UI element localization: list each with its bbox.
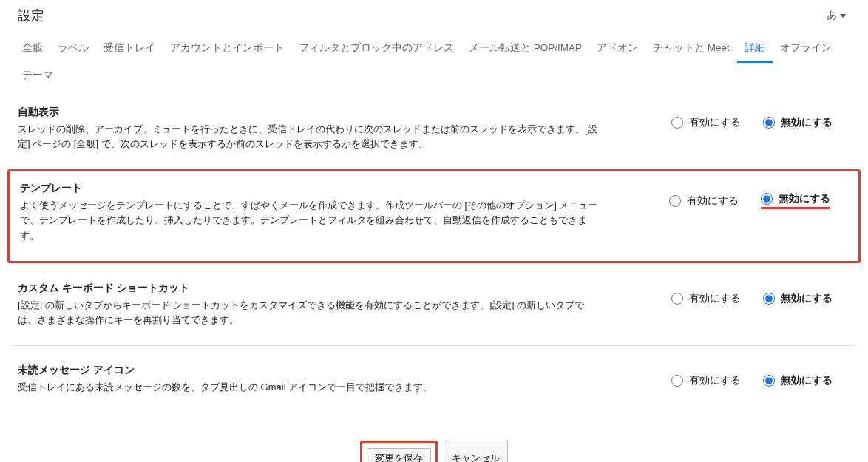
page-title: 設定 [18,7,44,24]
radio-disable-custom-shortcuts[interactable]: 無効にする [763,292,833,305]
radio-enable-input[interactable] [671,117,683,129]
radio-disable-input[interactable] [763,375,775,387]
tab-0[interactable]: 全般 [15,35,50,63]
section-title: カスタム キーボード ショートカット [18,282,602,295]
save-highlight-box: 変更を保存 [360,441,438,462]
section-templates: テンプレートよく使うメッセージをテンプレートにすることで、すばやくメールを作成で… [10,171,858,260]
section-auto-advance: 自動表示スレッドの削除、アーカイブ、ミュートを行ったときに、受信トレイの代わりに… [12,95,856,169]
tab-6[interactable]: アドオン [589,35,645,63]
radio-enable-templates[interactable]: 有効にする [669,194,739,208]
radio-disable-input[interactable] [763,293,775,305]
tab-1[interactable]: ラベル [50,35,96,63]
radio-enable-input[interactable] [669,195,681,207]
tab-2[interactable]: 受信トレイ [96,35,163,63]
highlight-box-templates: テンプレートよく使うメッセージをテンプレートにすることで、すばやくメールを作成で… [7,169,861,262]
radio-disable-label: 無効にする [779,192,830,205]
language-selector[interactable]: あ [822,6,850,25]
button-row: 変更を保存 キャンセル [0,427,868,462]
section-desc: スレッドの削除、アーカイブ、ミュートを行ったときに、受信トレイの代わりに次のスレ… [18,122,602,152]
radio-enable-unread-icon[interactable]: 有効にする [671,374,741,387]
radio-disable-unread-icon[interactable]: 無効にする [763,374,833,387]
radio-enable-label: 有効にする [687,194,739,208]
section-options: 有効にする無効にする [671,364,850,387]
settings-content: 自動表示スレッドの削除、アーカイブ、ミュートを行ったときに、受信トレイの代わりに… [0,88,868,427]
radio-enable-auto-advance[interactable]: 有効にする [671,116,741,129]
section-left: カスタム キーボード ショートカット[設定] の新しいタブからキーボード ショー… [18,282,602,327]
radio-enable-label: 有効にする [689,292,741,305]
section-options: 有効にする無効にする [671,282,850,305]
tab-8[interactable]: 詳細 [737,35,773,63]
radio-disable-auto-advance[interactable]: 無効にする [763,116,833,129]
cancel-button[interactable]: キャンセル [444,441,508,462]
tab-7[interactable]: チャットと Meet [645,35,737,63]
section-options: 有効にする無効にする [669,182,848,209]
radio-enable-input[interactable] [671,375,683,387]
language-label: あ [827,9,837,22]
save-button[interactable]: 変更を保存 [367,448,431,462]
radio-enable-custom-shortcuts[interactable]: 有効にする [671,292,741,305]
radio-enable-input[interactable] [671,293,683,305]
radio-disable-input[interactable] [761,193,773,205]
section-desc: 受信トレイにある未読メッセージの数を、タブ見出しの Gmail アイコンで一目で… [18,380,602,395]
chevron-down-icon [840,14,846,18]
radio-disable-input[interactable] [763,117,775,129]
section-desc: よく使うメッセージをテンプレートにすることで、すばやくメールを作成できます。作成… [20,198,604,242]
section-options: 有効にする無効にする [671,106,850,129]
section-custom-shortcuts: カスタム キーボード ショートカット[設定] の新しいタブからキーボード ショー… [12,263,856,345]
section-title: 未読メッセージ アイコン [18,364,602,377]
section-left: 未読メッセージ アイコン受信トレイにある未読メッセージの数を、タブ見出しの Gm… [18,364,602,395]
section-title: テンプレート [20,182,604,195]
radio-disable-label: 無効にする [781,292,833,305]
tab-5[interactable]: メール転送と POP/IMAP [461,35,589,63]
tab-3[interactable]: アカウントとインポート [163,35,291,63]
settings-tabs: 全般ラベル受信トレイアカウントとインポートフィルタとブロック中のアドレスメール転… [0,33,868,88]
radio-disable-label: 無効にする [781,374,833,387]
section-desc: [設定] の新しいタブからキーボード ショートカットをカスタマイズできる機能を有… [18,298,602,327]
section-unread-icon: 未読メッセージ アイコン受信トレイにある未読メッセージの数を、タブ見出しの Gm… [12,345,856,412]
radio-disable-label: 無効にする [781,116,833,129]
radio-enable-label: 有効にする [689,374,741,387]
tab-10[interactable]: テーマ [15,63,61,88]
radio-enable-label: 有効にする [689,116,741,129]
section-title: 自動表示 [18,106,602,119]
radio-disable-templates[interactable]: 無効にする [761,192,830,209]
tab-9[interactable]: オフライン [773,35,839,63]
section-left: 自動表示スレッドの削除、アーカイブ、ミュートを行ったときに、受信トレイの代わりに… [18,106,602,152]
tab-4[interactable]: フィルタとブロック中のアドレス [291,35,461,63]
section-left: テンプレートよく使うメッセージをテンプレートにすることで、すばやくメールを作成で… [20,182,604,242]
